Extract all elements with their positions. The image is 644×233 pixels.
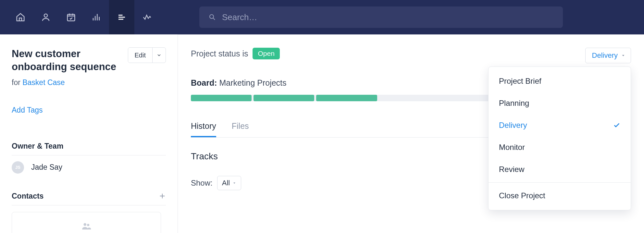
- owner-row: JS Jade Say: [12, 161, 166, 174]
- progress-segment: [379, 95, 440, 101]
- board-name: Marketing Projects: [219, 78, 287, 87]
- search-input[interactable]: [222, 12, 554, 22]
- contacts-empty-card[interactable]: [12, 212, 161, 233]
- plus-icon: [159, 192, 166, 200]
- edit-dropdown-button[interactable]: [153, 48, 166, 63]
- home-icon: [16, 12, 25, 22]
- activity-icon: [142, 12, 152, 22]
- project-sidebar: New customer onboarding sequence Edit fo…: [0, 34, 178, 233]
- check-icon: [613, 122, 620, 129]
- for-prefix: for: [12, 78, 22, 87]
- calendar-check-icon: [66, 12, 76, 22]
- board-label: Board:: [191, 78, 217, 87]
- stage-close-project[interactable]: Close Project: [489, 185, 631, 207]
- nav-activity[interactable]: [134, 0, 160, 34]
- add-tags-link[interactable]: Add Tags: [12, 106, 166, 115]
- tab-history[interactable]: History: [191, 116, 216, 137]
- stage-option-label: Project Brief: [499, 77, 541, 86]
- customer-link[interactable]: Basket Case: [22, 78, 65, 87]
- stage-option-label: Monitor: [499, 143, 525, 152]
- nav-contacts[interactable]: [33, 0, 58, 34]
- stage-option-label: Close Project: [499, 191, 545, 200]
- svg-point-4: [87, 224, 89, 226]
- stage-dropdown: Project Brief Planning Delivery Monitor …: [488, 67, 631, 210]
- svg-point-0: [44, 14, 47, 17]
- people-icon: [81, 220, 92, 231]
- nav-home[interactable]: [8, 0, 33, 34]
- list-icon: [117, 12, 127, 22]
- stage-select-button[interactable]: Delivery: [585, 48, 631, 63]
- edit-button[interactable]: Edit: [128, 48, 153, 63]
- svg-rect-1: [68, 14, 75, 21]
- tab-files[interactable]: Files: [232, 116, 249, 137]
- search-container: [199, 6, 563, 28]
- progress-segment: [316, 95, 377, 101]
- edit-button-group: Edit: [128, 47, 166, 63]
- person-icon: [41, 12, 51, 22]
- status-badge: Open: [253, 48, 279, 59]
- owner-name: Jade Say: [31, 163, 62, 172]
- search-field[interactable]: [199, 6, 563, 28]
- progress-segment: [191, 95, 252, 101]
- main-area: New customer onboarding sequence Edit fo…: [0, 34, 644, 233]
- owner-section-label: Owner & Team: [12, 142, 166, 155]
- progress-segment: [254, 95, 314, 101]
- project-content: Project status is Open Delivery Project …: [178, 34, 644, 233]
- caret-down-icon: [232, 181, 236, 185]
- status-line: Project status is Open: [191, 48, 631, 59]
- bars-icon: [92, 12, 101, 22]
- contacts-label: Contacts: [12, 192, 43, 201]
- stage-option-project-brief[interactable]: Project Brief: [489, 70, 631, 92]
- nav-projects[interactable]: [109, 0, 134, 34]
- show-select[interactable]: All: [217, 176, 241, 190]
- nav-calendar[interactable]: [58, 0, 84, 34]
- chevron-down-icon: [156, 53, 162, 58]
- stage-option-planning[interactable]: Planning: [489, 92, 631, 114]
- stage-option-monitor[interactable]: Monitor: [489, 136, 631, 158]
- owner-avatar: JS: [12, 161, 24, 174]
- search-icon: [208, 13, 216, 21]
- stage-option-review[interactable]: Review: [489, 158, 631, 180]
- svg-point-2: [210, 15, 214, 18]
- nav-reports[interactable]: [84, 0, 109, 34]
- stage-option-label: Review: [499, 165, 525, 174]
- project-title: New customer onboarding sequence: [12, 47, 119, 74]
- add-contact-button[interactable]: [159, 192, 166, 200]
- status-prefix: Project status is: [191, 49, 248, 58]
- stage-option-delivery[interactable]: Delivery: [489, 114, 631, 136]
- top-nav: [0, 0, 644, 34]
- title-row: New customer onboarding sequence Edit: [12, 47, 166, 74]
- stage-option-label: Delivery: [499, 121, 527, 130]
- show-select-value: All: [222, 179, 230, 187]
- contacts-section-header: Contacts: [12, 192, 166, 205]
- show-label: Show:: [191, 178, 213, 188]
- stage-option-label: Planning: [499, 99, 529, 108]
- caret-down-icon: [621, 53, 625, 58]
- progress-bar: [191, 95, 502, 101]
- project-for-line: for Basket Case: [12, 78, 166, 87]
- menu-divider: [489, 182, 631, 183]
- stage-select-label: Delivery: [592, 51, 618, 60]
- svg-point-3: [84, 223, 87, 226]
